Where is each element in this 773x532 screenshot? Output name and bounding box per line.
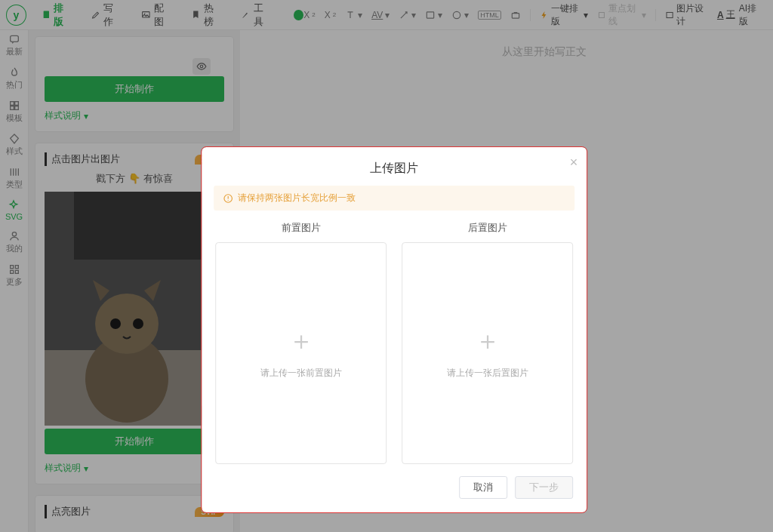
modal-hint-text: 请保持两张图片长宽比例一致 (238, 192, 356, 204)
next-button[interactable]: 下一步 (515, 476, 573, 499)
front-label: 前置图片 (282, 221, 321, 235)
front-upload-text: 请上传一张前置图片 (260, 367, 342, 380)
upload-image-modal: × 上传图片 请保持两张图片长宽比例一致 前置图片 ＋ 请上传一张前置图片 后置… (202, 147, 587, 512)
back-upload-col: 后置图片 ＋ 请上传一张后置图片 (402, 221, 573, 464)
cancel-button[interactable]: 取消 (459, 476, 507, 499)
plus-icon: ＋ (288, 328, 314, 353)
back-upload-box[interactable]: ＋ 请上传一张后置图片 (402, 242, 573, 464)
warning-icon (223, 193, 233, 204)
front-upload-col: 前置图片 ＋ 请上传一张前置图片 (215, 221, 386, 464)
modal-close-button[interactable]: × (570, 155, 578, 171)
front-upload-box[interactable]: ＋ 请上传一张前置图片 (215, 242, 386, 464)
plus-icon: ＋ (475, 328, 500, 353)
back-label: 后置图片 (468, 221, 507, 235)
modal-title: 上传图片 (202, 147, 587, 186)
modal-hint: 请保持两张图片长宽比例一致 (214, 186, 574, 211)
back-upload-text: 请上传一张后置图片 (447, 367, 528, 380)
